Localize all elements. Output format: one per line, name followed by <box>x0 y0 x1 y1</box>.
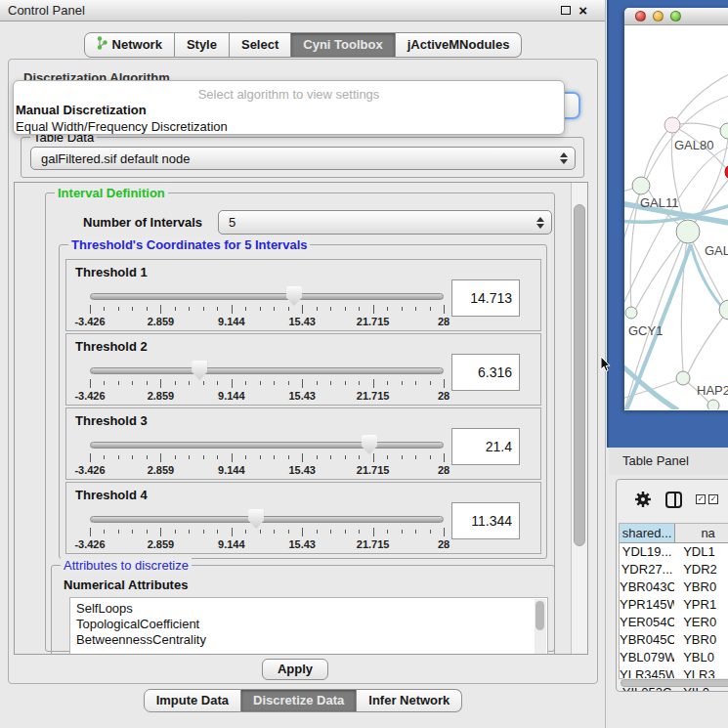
tick-mark <box>415 307 416 311</box>
table-panel-strip: Table Panel <box>609 448 728 475</box>
slider-thumb[interactable] <box>192 361 207 380</box>
tick-mark <box>147 381 148 385</box>
gear-icon[interactable] <box>634 491 652 508</box>
bottom-tab-bar: Impute DataDiscretize DataInfer Network <box>0 689 606 712</box>
stepper-arrows-icon <box>536 217 544 229</box>
table-row[interactable]: YDR27...YDR2 <box>620 561 728 578</box>
tick-mark <box>345 381 346 385</box>
tick-mark <box>203 381 204 385</box>
table-panel: ✓ ✓ shared...na YDL19...YDL1YDR27...YDR2… <box>616 479 728 692</box>
tick-mark <box>330 381 331 385</box>
close-traffic-light-icon[interactable] <box>635 11 646 21</box>
tick-mark <box>330 307 331 311</box>
close-icon[interactable]: × <box>578 2 587 19</box>
tick-mark <box>274 455 275 459</box>
tick-mark <box>387 381 388 385</box>
checkbox-icon: ✓ <box>708 494 718 504</box>
slider-track[interactable] <box>90 442 444 449</box>
table-column-header[interactable]: na <box>675 524 728 542</box>
tick-mark <box>387 455 388 459</box>
tick-mark <box>345 307 346 311</box>
threshold-slider[interactable]: -3.4262.8599.14415.4321.71528 <box>90 360 444 403</box>
algorithm-option[interactable]: Equal Width/Frequency Discretization <box>14 118 564 135</box>
network-canvas[interactable]: GAL80GACGAL11GAL4GCY1HHAP2 <box>624 25 728 409</box>
tab-cyni-toolbox[interactable]: Cyni Toolbox <box>291 32 395 58</box>
table-row[interactable]: YBR043CYBR0 <box>620 578 728 596</box>
tick-label: 9.144 <box>218 464 245 476</box>
network-node <box>632 177 650 194</box>
tick-mark <box>104 381 105 385</box>
table-column-header[interactable]: shared... <box>620 524 675 542</box>
zoom-traffic-light-icon[interactable] <box>670 11 681 21</box>
threshold-value-field[interactable]: 11.344 <box>451 502 520 539</box>
tick-label: 28 <box>438 390 450 402</box>
table-cell: YBL079W <box>620 649 674 666</box>
select-columns-icons[interactable]: ✓ ✓ <box>696 494 718 504</box>
tab-network[interactable]: Network <box>84 32 175 58</box>
tick-mark <box>345 530 346 534</box>
tick-mark <box>415 530 416 534</box>
tab-infer-network[interactable]: Infer Network <box>357 689 462 712</box>
tick-mark <box>345 455 346 459</box>
network-node-label: GAL80 <box>674 138 713 152</box>
table-data-combobox[interactable]: galFiltered.sif default node <box>30 147 576 170</box>
tick-mark <box>317 530 318 534</box>
slider-track[interactable] <box>90 367 444 374</box>
vertical-scrollbar[interactable] <box>571 183 587 654</box>
slider-track[interactable] <box>90 293 444 300</box>
table-cell: YER054C <box>620 614 674 631</box>
tab-select[interactable]: Select <box>230 32 291 58</box>
slider-thumb[interactable] <box>362 435 377 454</box>
algorithm-option[interactable]: Manual Discretization <box>14 102 564 118</box>
threshold-slider[interactable]: -3.4262.8599.14415.4321.71528 <box>90 434 444 477</box>
float-window-icon[interactable] <box>561 6 571 15</box>
tick-mark <box>260 307 261 311</box>
network-node <box>676 220 700 243</box>
tab-label: Network <box>112 37 162 52</box>
threshold-value-field[interactable]: 14.713 <box>451 279 520 317</box>
horizontal-scrollbar[interactable] <box>620 678 728 688</box>
slider-thumb[interactable] <box>286 286 302 306</box>
table-row[interactable]: YER054CYER0 <box>620 614 728 631</box>
minimize-traffic-light-icon[interactable] <box>653 11 664 21</box>
threshold-panel: Threshold 3-3.4262.8599.14415.4321.71528… <box>65 407 541 480</box>
threshold-value-field[interactable]: 6.316 <box>451 354 520 391</box>
slider-thumb[interactable] <box>248 509 264 529</box>
tick-mark <box>245 455 246 459</box>
attribute-list-item[interactable]: TopologicalCoefficient <box>76 617 547 632</box>
table-row[interactable]: YBR045CYBR0 <box>620 631 728 649</box>
numerical-attributes-list[interactable]: SelfLoopsTopologicalCoefficientBetweenne… <box>69 597 548 655</box>
table-row[interactable]: YPR145WYPR1 <box>620 596 728 614</box>
table-row[interactable]: YDL19...YDL1 <box>620 543 728 561</box>
slider-track[interactable] <box>90 516 444 523</box>
table-data-selected: galFiltered.sif default node <box>41 151 190 166</box>
number-of-intervals-combobox[interactable]: 5 <box>218 210 552 235</box>
tab-impute-data[interactable]: Impute Data <box>144 689 241 712</box>
tick-mark <box>232 528 233 536</box>
tab-jactivemnodules[interactable]: jActiveMNodules <box>396 32 523 58</box>
tick-mark <box>147 455 148 459</box>
list-scrollbar[interactable] <box>535 599 546 655</box>
tick-mark <box>359 455 360 459</box>
tick-label: 15.43 <box>288 316 316 327</box>
threshold-slider[interactable]: -3.4262.8599.14415.4321.71528 <box>90 508 444 551</box>
tick-mark <box>288 455 289 459</box>
threshold-slider[interactable]: -3.4262.8599.14415.4321.71528 <box>90 285 444 328</box>
tab-discretize-data[interactable]: Discretize Data <box>241 689 357 712</box>
threshold-value-field[interactable]: 21.4 <box>451 428 520 465</box>
attribute-list-item[interactable]: SelfLoops <box>76 601 547 617</box>
tick-mark <box>444 453 445 462</box>
table-row[interactable]: YBL079WYBL0 <box>620 649 728 666</box>
column-layout-icon[interactable] <box>665 492 682 508</box>
tick-mark <box>260 455 261 459</box>
tick-label: -3.426 <box>74 390 105 402</box>
settings-scroll-area: Interval Definition Number of Intervals … <box>14 182 588 655</box>
apply-button[interactable]: Apply <box>262 659 328 680</box>
attribute-list-item[interactable]: BetweennessCentrality <box>76 632 547 648</box>
interval-definition-group: Interval Definition Number of Intervals … <box>45 193 555 652</box>
tick-mark <box>415 455 416 459</box>
tick-mark <box>132 530 133 534</box>
tab-style[interactable]: Style <box>175 32 230 58</box>
tick-mark <box>232 305 233 314</box>
tick-label: 15.43 <box>288 464 316 476</box>
